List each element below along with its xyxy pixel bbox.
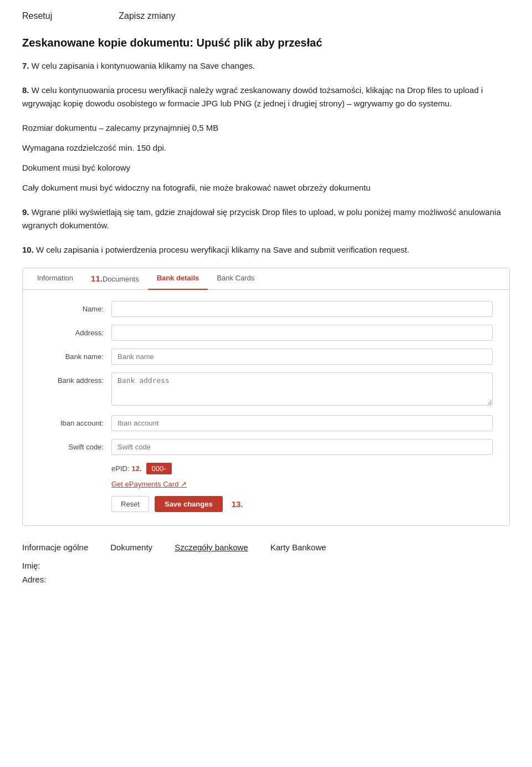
step-8: 8. W celu kontynuowania procesu weryfika… xyxy=(22,84,510,110)
field-bankname-label: Bank name: xyxy=(39,349,111,361)
field-address-input-wrap xyxy=(111,325,493,341)
bank-details-form: Information 11.Documents Bank details Ba… xyxy=(22,268,510,526)
external-link-icon: ↗ xyxy=(181,480,187,488)
step8-number: 8. xyxy=(22,85,29,95)
field-iban-input-wrap xyxy=(111,415,493,431)
extra-text-3: Dokument musi być kolorowy xyxy=(22,161,510,175)
step7-number: 7. xyxy=(22,61,29,70)
field-swift-label: Swift code: xyxy=(39,439,111,451)
form-body: Name: Address: Bank name: Bank address: xyxy=(23,290,509,525)
extra-text-2: Wymagana rozdzielczość min. 150 dpi. xyxy=(22,141,510,155)
epid-value: 000- xyxy=(146,463,172,474)
address-input[interactable] xyxy=(111,325,493,341)
step8-text: W celu kontynuowania procesu weryfikacji… xyxy=(22,85,483,108)
extra-text-1: Rozmiar dokumentu – zalecamy przynajmnie… xyxy=(22,121,510,135)
form-actions: Reset Save changes 13. xyxy=(111,496,493,512)
page-heading: Zeskanowane kopie dokumentu: Upuść plik … xyxy=(22,37,510,49)
bottom-nav-karty[interactable]: Karty Bankowe xyxy=(270,543,326,552)
field-name-label: Name: xyxy=(39,301,111,313)
step9-text: Wgrane pliki wyświetlają się tam, gdzie … xyxy=(22,207,501,230)
step10-number: 10. xyxy=(22,245,34,254)
resetuj-button[interactable]: Resetuj xyxy=(22,11,52,21)
top-actions: Resetuj Zapisz zmiany xyxy=(22,11,510,21)
bottom-section: Imię: Adres: xyxy=(22,561,510,584)
bottom-nav-bankowe[interactable]: Szczegóły bankowe xyxy=(175,543,248,552)
save-changes-button[interactable]: Save changes xyxy=(155,496,223,512)
step7-text: W celu zapisania i kontynuowania klikamy… xyxy=(32,61,255,70)
bottom-nav: Informacje ogólne Dokumenty Szczegóły ba… xyxy=(22,543,510,552)
name-input[interactable] xyxy=(111,301,493,317)
epid-label: ePID: xyxy=(111,464,130,473)
step-10: 10. W celu zapisania i potwierdzenia pro… xyxy=(22,243,510,257)
swift-input[interactable] xyxy=(111,439,493,455)
field-bankaddress-label: Bank address: xyxy=(39,372,111,385)
field-swift-input-wrap xyxy=(111,439,493,455)
epid-row: ePID: 12. 000- xyxy=(111,463,493,474)
field-iban-label: Iban account: xyxy=(39,415,111,427)
field-address-row: Address: xyxy=(39,325,493,341)
zapisz-button[interactable]: Zapisz zmiany xyxy=(119,11,175,21)
step13-label: 13. xyxy=(232,499,243,509)
step-9: 9. Wgrane pliki wyświetlają się tam, gdz… xyxy=(22,206,510,232)
field-swift-row: Swift code: xyxy=(39,439,493,455)
field-bankname-input-wrap xyxy=(111,349,493,365)
bottom-nav-dokumenty[interactable]: Dokumenty xyxy=(110,543,152,552)
tab-information[interactable]: Information xyxy=(28,268,82,290)
tab-bank-details[interactable]: Bank details xyxy=(148,268,208,290)
bottom-field-imie: Imię: xyxy=(22,561,510,570)
get-epayments-label: Get ePayments Card xyxy=(111,480,178,488)
tab-documents[interactable]: 11.Documents xyxy=(82,268,148,290)
bankname-input[interactable] xyxy=(111,349,493,365)
form-tabs: Information 11.Documents Bank details Ba… xyxy=(23,268,509,290)
bottom-nav-informacje[interactable]: Informacje ogólne xyxy=(22,543,88,552)
epid-step: 12. xyxy=(132,464,142,473)
extra-text-4: Cały dokument musi być widoczny na fotog… xyxy=(22,181,510,195)
field-bankname-row: Bank name: xyxy=(39,349,493,365)
field-name-row: Name: xyxy=(39,301,493,317)
field-address-label: Address: xyxy=(39,325,111,337)
iban-input[interactable] xyxy=(111,415,493,431)
bottom-field-adres: Adres: xyxy=(22,575,510,584)
tab-bank-cards[interactable]: Bank Cards xyxy=(208,268,263,290)
field-bankaddress-input-wrap xyxy=(111,372,493,407)
get-epayments-row: Get ePayments Card ↗ xyxy=(111,480,493,488)
extra-info: Rozmiar dokumentu – zalecamy przynajmnie… xyxy=(22,121,510,195)
field-iban-row: Iban account: xyxy=(39,415,493,431)
get-epayments-link[interactable]: Get ePayments Card ↗ xyxy=(111,480,187,488)
bankaddress-textarea[interactable] xyxy=(111,372,493,406)
reset-button[interactable]: Reset xyxy=(111,496,149,512)
field-bankaddress-row: Bank address: xyxy=(39,372,493,407)
step10-text: W celu zapisania i potwierdzenia procesu… xyxy=(36,245,410,254)
field-name-input-wrap xyxy=(111,301,493,317)
step-7: 7. W celu zapisania i kontynuowania klik… xyxy=(22,59,510,73)
step9-number: 9. xyxy=(22,207,29,217)
